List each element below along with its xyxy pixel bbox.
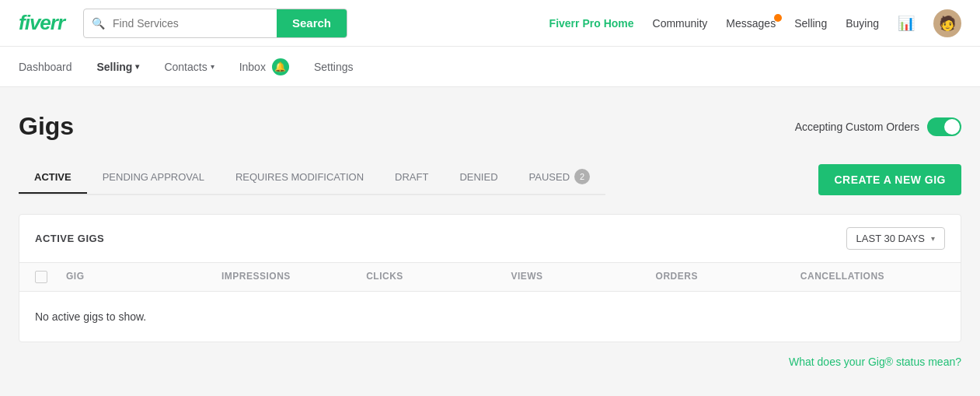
toggle-knob [944, 119, 960, 135]
nav-dashboard[interactable]: Dashboard [19, 47, 72, 86]
col-clicks: CLICKS [366, 271, 511, 283]
page-title-row: Gigs Accepting Custom Orders [19, 112, 961, 141]
page-title: Gigs [19, 112, 74, 141]
tab-pending-approval[interactable]: PENDING APPROVAL [87, 162, 220, 194]
fiverr-logo[interactable]: fiverr [19, 11, 65, 35]
secondary-navigation: Dashboard Selling ▾ Contacts ▾ Inbox 🔔 S… [0, 47, 980, 87]
paused-badge: 2 [574, 169, 590, 184]
gigs-tabs: ACTIVE PENDING APPROVAL REQUIRES MODIFIC… [19, 159, 605, 195]
nav-links: Fiverr Pro Home Community Messages Selli… [549, 9, 961, 37]
active-gigs-table: ACTIVE GIGS LAST 30 DAYS ▾ GIG IMPRESSIO… [19, 214, 961, 342]
tab-requires-modification[interactable]: REQUIRES MODIFICATION [220, 162, 379, 194]
search-bar: 🔍 Search [83, 9, 347, 38]
col-impressions: IMPRESSIONS [221, 271, 366, 283]
nav-community[interactable]: Community [653, 17, 708, 30]
table-header: ACTIVE GIGS LAST 30 DAYS ▾ [19, 215, 961, 263]
top-navigation: fiverr 🔍 Search Fiverr Pro Home Communit… [0, 0, 980, 47]
nav-messages[interactable]: Messages [726, 17, 776, 30]
col-gig: GIG [66, 271, 221, 283]
search-input[interactable] [113, 17, 277, 30]
main-content: Gigs Accepting Custom Orders ACTIVE PEND… [0, 87, 980, 387]
col-orders: ORDERS [656, 271, 800, 283]
select-all-checkbox[interactable] [35, 271, 47, 283]
table-title: ACTIVE GIGS [35, 233, 104, 244]
gig-status-help-link[interactable]: What does your Gig® status mean? [789, 356, 961, 368]
empty-state-message: No active gigs to show. [19, 292, 961, 342]
accepting-orders-control: Accepting Custom Orders [795, 117, 961, 136]
create-gig-button[interactable]: CREATE A NEW GIG [818, 164, 961, 195]
nav-buying[interactable]: Buying [846, 17, 879, 30]
search-icon: 🔍 [84, 17, 113, 30]
date-filter-dropdown[interactable]: LAST 30 DAYS ▾ [846, 227, 945, 250]
table-column-headers: GIG IMPRESSIONS CLICKS VIEWS ORDERS CANC… [19, 263, 961, 292]
nav-selling[interactable]: Selling [794, 17, 827, 30]
tab-denied[interactable]: DENIED [444, 162, 513, 194]
inbox-bell-icon: 🔔 [272, 58, 289, 75]
tab-draft[interactable]: DRAFT [379, 162, 444, 194]
nav-inbox[interactable]: Inbox 🔔 [239, 47, 289, 86]
col-views: VIEWS [511, 271, 655, 283]
nav-settings[interactable]: Settings [314, 47, 354, 86]
contacts-chevron-icon: ▾ [211, 62, 214, 71]
footer-link-row: What does your Gig® status mean? [19, 342, 961, 375]
accepting-orders-label: Accepting Custom Orders [795, 121, 919, 133]
nav-pro-home[interactable]: Fiverr Pro Home [549, 17, 634, 30]
accepting-orders-toggle[interactable] [927, 117, 961, 136]
messages-badge [774, 14, 782, 22]
user-avatar[interactable]: 🧑 [933, 9, 961, 37]
nav-selling[interactable]: Selling ▾ [97, 47, 140, 86]
nav-contacts[interactable]: Contacts ▾ [164, 47, 214, 86]
tab-active[interactable]: ACTIVE [19, 162, 87, 194]
col-cancellations: CANCELLATIONS [800, 271, 945, 283]
date-filter-arrow-icon: ▾ [931, 234, 935, 243]
checkbox-all[interactable] [35, 271, 66, 283]
tab-paused[interactable]: PAUSED 2 [514, 159, 606, 195]
analytics-icon[interactable]: 📊 [898, 15, 915, 32]
search-button[interactable]: Search [277, 9, 347, 38]
selling-chevron-icon: ▾ [135, 62, 139, 71]
